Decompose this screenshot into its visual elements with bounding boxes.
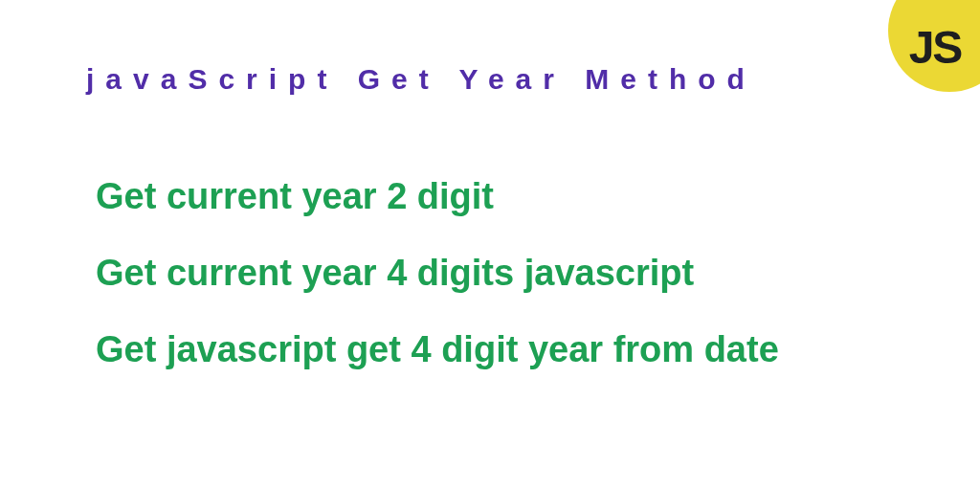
list-item: Get javascript get 4 digit year from dat… bbox=[96, 330, 779, 370]
js-logo-text: JS bbox=[909, 25, 962, 71]
list-item: Get current year 4 digits javascript bbox=[96, 254, 779, 294]
feature-list: Get current year 2 digit Get current yea… bbox=[96, 177, 779, 369]
page-title: javaScript Get Year Method bbox=[86, 63, 756, 96]
list-item: Get current year 2 digit bbox=[96, 177, 779, 217]
js-logo-badge: JS bbox=[888, 0, 980, 92]
